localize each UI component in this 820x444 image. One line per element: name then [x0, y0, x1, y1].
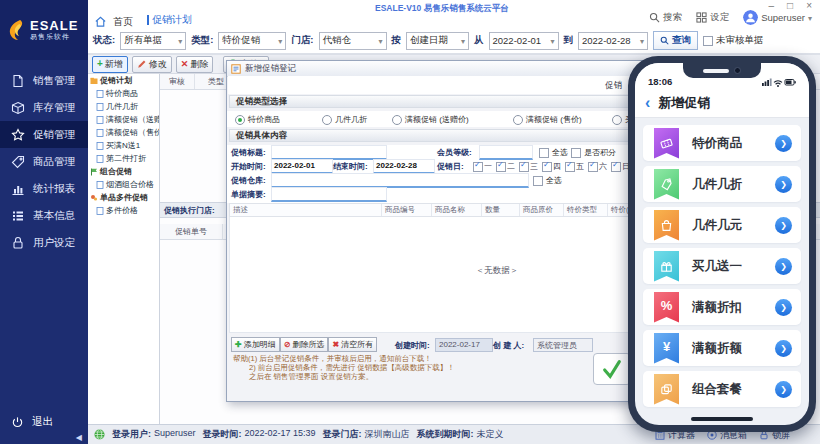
clear-all-button[interactable]: ✖清空所有 [328, 337, 377, 352]
column-promo-no[interactable]: 促销单号 [160, 224, 223, 239]
start-time-input[interactable]: 2022-02-01 [271, 159, 333, 174]
tree-item-second-discount[interactable]: 第二件打折 [88, 152, 159, 165]
phone-time: 18:06 [648, 76, 672, 87]
phone-screen: 18:06 ‹ 新增促销 特价商品 几件几折 [635, 63, 809, 425]
camera [734, 67, 741, 74]
sidebar-item-sales[interactable]: 销售管理 [0, 67, 88, 94]
summary-input[interactable] [271, 187, 387, 202]
member-select-all-checkbox[interactable]: 全选 [539, 147, 568, 158]
warehouse-input[interactable] [271, 173, 529, 188]
search-button[interactable]: 搜索 [649, 11, 682, 24]
radio-amount-gift[interactable]: 满额促销 (送赠价) [392, 114, 469, 125]
help-line: 帮助(1) 后台登记促销条件，并审核后启用，通知前台下载！ [233, 354, 455, 363]
phone-item-special-price[interactable]: 特价商品 [643, 125, 801, 161]
back-chevron-icon[interactable]: ‹ [645, 96, 650, 110]
tab-home[interactable]: 首页 [113, 15, 133, 29]
tree-item-amount-gift[interactable]: 满额促销（送赠价） [88, 113, 159, 126]
day-thu-checkbox[interactable]: 四 [542, 161, 561, 172]
phone-promo-list: 特价商品 几件几折 几件几元 买几送一 [635, 118, 809, 407]
tree-item-label: 满额促销（售价） [106, 127, 160, 138]
x-icon: ✕ [181, 60, 189, 69]
home-icon[interactable] [94, 15, 107, 28]
sidebar-collapse-icon[interactable]: ◀ [76, 433, 82, 442]
end-time-input[interactable]: 2022-02-28 [373, 159, 435, 174]
column-special-type[interactable]: 特价类型 [564, 204, 608, 216]
logout-button[interactable]: 退出 [0, 408, 88, 436]
login-time: 登录时间:2022-02-17 15:39 [203, 428, 316, 441]
tree-item-qty-discount[interactable]: 几件几折 [88, 100, 159, 113]
column-audit[interactable]: 审核 [160, 74, 195, 89]
status-value: 所有单据 [124, 34, 162, 47]
user-menu[interactable]: Superuser [743, 10, 812, 25]
query-button[interactable]: 查询 [653, 31, 698, 50]
phone-item-amount-discount[interactable]: % 满额折扣 [643, 289, 801, 325]
checkbox-icon [571, 148, 581, 158]
radio-special-price[interactable]: 特价商品 [235, 114, 280, 125]
doc-icon [96, 142, 104, 150]
promo-title-input[interactable] [271, 145, 387, 160]
add-detail-button[interactable]: ✚添加明细 [231, 337, 280, 352]
phone-item-amount-off[interactable]: ¥ 满额折额 [643, 330, 801, 366]
checkbox-icon [496, 162, 506, 172]
settings-button[interactable]: 设定 [696, 11, 729, 24]
sidebar-item-label: 用户设定 [33, 236, 75, 250]
sidebar-item-usersettings[interactable]: 用户设定 [0, 229, 88, 256]
help-line: 之后在 销售管理界面 设置促销方案。 [233, 372, 455, 381]
sidebar-item-promotion[interactable]: 促销管理 [0, 121, 88, 148]
tree-group-multi-item[interactable]: 单品多件促销 [88, 191, 159, 204]
settings-grid-icon [696, 12, 707, 23]
tree-item-multi-price[interactable]: 多件价格 [88, 204, 159, 217]
column-item-no[interactable]: 商品编号 [382, 204, 432, 216]
column-description[interactable]: 描述 [230, 204, 382, 216]
day-fri-checkbox[interactable]: 五 [565, 161, 584, 172]
sidebar-item-reports[interactable]: 统计报表 [0, 175, 88, 202]
day-mon-checkbox[interactable]: 一 [473, 161, 492, 172]
radio-label: 满额促销 (售价) [526, 114, 582, 125]
chevron-right-icon [775, 176, 792, 193]
confirm-button[interactable] [593, 353, 631, 385]
phone-item-qty-price[interactable]: 几件几元 [643, 207, 801, 243]
phone-item-label: 满额折额 [692, 340, 742, 357]
summary-label: 单据摘要: [231, 189, 266, 200]
folder-icon [90, 77, 98, 85]
tree-group-promotion-plan[interactable]: 促销计划 [88, 74, 159, 87]
tree-item-amount-price[interactable]: 满额促销（售价） [88, 126, 159, 139]
tree-group-combo[interactable]: 组合促销 [88, 165, 159, 178]
member-level-input[interactable] [479, 145, 533, 160]
column-item-name[interactable]: 商品名称 [432, 204, 482, 216]
edit-button[interactable]: 修改 [132, 56, 172, 73]
sidebar-item-basicinfo[interactable]: 基本信息 [0, 202, 88, 229]
radio-label: 满额促销 (送赠价) [405, 114, 469, 125]
points-checkbox[interactable]: 是否积分 [571, 147, 616, 158]
topbar-right: 搜索 设定 Superuser [649, 10, 812, 25]
expire-time-value: 未定义 [477, 428, 504, 441]
column-qty[interactable]: 数量 [482, 204, 520, 216]
checkbox-icon [703, 36, 713, 46]
to-date-select[interactable]: 2022-02-28 [578, 32, 648, 50]
radio-qty-discount[interactable]: 几件几折 [322, 114, 367, 125]
type-select[interactable]: 特价促销 [218, 32, 286, 50]
status-select[interactable]: 所有单据 [120, 32, 186, 50]
store-select[interactable]: 代销仓 [319, 32, 387, 50]
day-wed-checkbox[interactable]: 三 [519, 161, 538, 172]
day-tue-checkbox[interactable]: 二 [496, 161, 515, 172]
phone-item-buy-get-one[interactable]: 买几送一 [643, 248, 801, 284]
from-date-select[interactable]: 2022-02-01 [489, 32, 559, 50]
by-select[interactable]: 创建日期 [406, 32, 469, 50]
tree-item-tobacco-combo[interactable]: 烟酒组合价格 [88, 178, 159, 191]
radio-amount-price[interactable]: 满额促销 (售价) [513, 114, 582, 125]
day-sat-checkbox[interactable]: 六 [588, 161, 607, 172]
filter-bar: 状态: 所有单据 类型: 特价促销 门店: 代销仓 按 创建日期 从 2022-… [88, 28, 820, 55]
unaudited-checkbox[interactable]: 未审核单据 [703, 34, 764, 47]
sidebar-item-inventory[interactable]: 库存管理 [0, 94, 88, 121]
phone-item-combo[interactable]: 组合套餐 [643, 371, 801, 407]
add-button[interactable]: +新增 [92, 56, 128, 73]
column-orig-price[interactable]: 商品原价 [520, 204, 564, 216]
phone-item-qty-discount[interactable]: 几件几折 [643, 166, 801, 202]
warehouse-select-all-checkbox[interactable]: 全选 [533, 175, 562, 186]
tree-item-buy-n-get-1[interactable]: 买满N送1 [88, 139, 159, 152]
sidebar-item-goods[interactable]: 商品管理 [0, 148, 88, 175]
tree-item-special-price[interactable]: 特价商品 [88, 87, 159, 100]
delete-selected-button[interactable]: ⊘删除所选 [280, 337, 329, 352]
delete-button[interactable]: ✕删除 [176, 56, 214, 73]
